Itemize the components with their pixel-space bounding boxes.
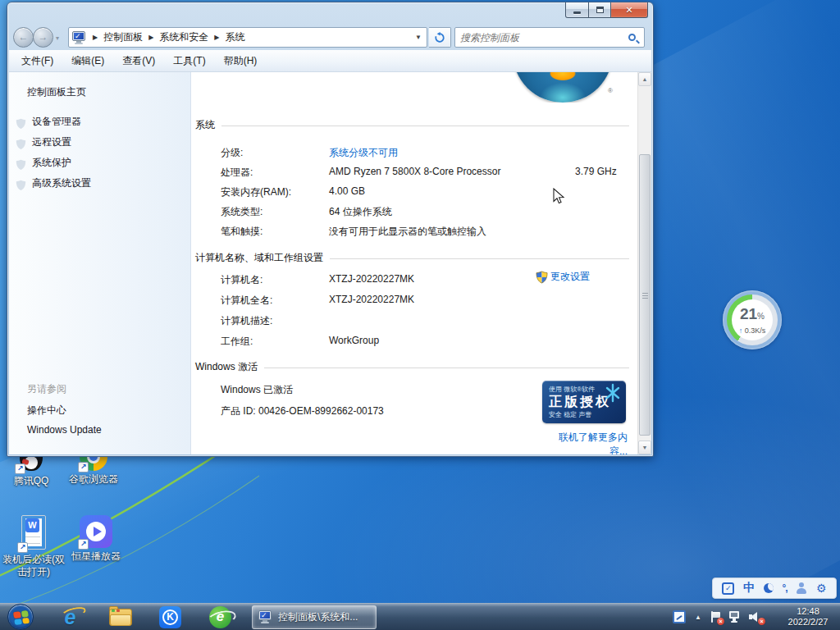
punctuation-icon[interactable] [782, 582, 787, 594]
address-dropdown-icon[interactable] [415, 34, 423, 41]
sidebar-item-control-panel-home[interactable]: 控制面板主页 [27, 85, 86, 99]
gear-icon[interactable] [816, 582, 827, 594]
show-hidden-icons-button[interactable] [695, 614, 701, 621]
scrollbar-thumb[interactable] [639, 154, 651, 436]
section-header-computer-name: 计算机名称、域和工作组设置 [195, 251, 629, 265]
system-tray: 12:48 2022/2/27 [673, 604, 840, 630]
rating-unavailable-link[interactable]: 系统分级不可用 [329, 146, 398, 160]
sidebar-item-windows-update[interactable]: Windows Update [27, 424, 102, 436]
close-button[interactable]: ✕ [611, 2, 648, 18]
activation-status: Windows 已激活 [221, 383, 293, 397]
badge-line3: 安全 稳定 声誉 [549, 410, 619, 419]
search-box[interactable] [454, 27, 645, 48]
taskbar-green-browser-icon[interactable]: e [207, 605, 234, 629]
minimize-button[interactable] [565, 2, 589, 18]
sidebar-item-action-center[interactable]: 操作中心 [27, 404, 66, 418]
start-button[interactable] [7, 604, 34, 630]
menu-help[interactable]: 帮助(H) [215, 54, 267, 68]
change-settings-link[interactable]: 更改设置 [550, 270, 590, 284]
genuine-software-badge[interactable]: 使用 微软®软件 正版授权 安全 稳定 声誉 [542, 381, 626, 423]
uac-shield-icon [536, 271, 548, 284]
computer-fullname-value: XTZJ-20220227MK [329, 294, 414, 305]
history-dropdown-icon[interactable] [56, 34, 59, 42]
computer-name-value: XTZJ-20220227MK [329, 273, 414, 285]
desktop-icon-label: 谷歌浏览器 [69, 473, 118, 486]
pen-touch-value: 没有可用于此显示器的笔或触控输入 [329, 225, 486, 239]
address-bar[interactable]: 控制面板 系统和安全 系统 [68, 27, 427, 48]
workgroup-label: 工作组: [221, 335, 253, 349]
net-progress-ring: 21% ↑ 0.3K/s [727, 294, 778, 345]
ime-mode-chinese[interactable]: 中 [743, 581, 755, 596]
processor-speed: 3.79 GHz [575, 166, 617, 177]
taskbar-ie-icon[interactable]: e [57, 605, 84, 629]
vertical-scrollbar[interactable] [637, 72, 651, 454]
learn-more-link[interactable]: 联机了解更多内容... [542, 431, 628, 454]
taskbar-clock[interactable]: 12:48 2022/2/27 [783, 606, 833, 628]
menu-view[interactable]: 查看(V) [113, 54, 164, 68]
maximize-button[interactable] [589, 2, 611, 18]
row-rating: 分级: 系统分级不可用 [191, 146, 637, 161]
navigation-bar: 控制面板 系统和安全 系统 [9, 24, 651, 50]
scroll-down-button[interactable] [638, 441, 651, 454]
menu-tools[interactable]: 工具(T) [164, 54, 214, 68]
breadcrumb-control-panel[interactable]: 控制面板 [103, 30, 143, 44]
active-task-control-panel[interactable]: 控制面板\系统和... [252, 605, 377, 629]
system-type-label: 系统类型: [221, 205, 262, 219]
tray-app-icon[interactable] [673, 610, 686, 623]
taskbar-kugou-icon[interactable]: K [157, 605, 184, 629]
row-workgroup: 工作组: WorkGroup [191, 335, 637, 349]
clock-date: 2022/2/27 [783, 617, 833, 628]
sidebar-item-device-manager[interactable]: 设备管理器 [32, 115, 81, 129]
taskbar-explorer-icon[interactable] [107, 605, 134, 629]
forward-button[interactable] [33, 27, 53, 48]
shortcut-arrow-icon [78, 462, 89, 472]
search-icon[interactable] [628, 34, 636, 41]
volume-muted-icon[interactable] [749, 611, 763, 623]
net-percent: 21 [740, 305, 757, 322]
menu-edit[interactable]: 编辑(E) [62, 54, 113, 68]
moon-fullwidth-icon[interactable] [764, 583, 774, 593]
ime-status-icon[interactable] [722, 582, 734, 595]
network-icon[interactable] [728, 611, 742, 623]
back-button[interactable] [13, 27, 34, 48]
sidebar-item-system-protection[interactable]: 系统保护 [32, 156, 71, 170]
search-input[interactable] [455, 32, 628, 43]
shortcut-arrow-icon [17, 542, 28, 553]
section-header-system: 系统 [195, 118, 629, 132]
breadcrumb-system[interactable]: 系统 [225, 30, 244, 44]
desktop-icon-readme[interactable]: W 装机后必读(双击打开) [2, 515, 66, 578]
sidebar-item-advanced-settings[interactable]: 高级系统设置 [32, 176, 91, 190]
sidebar: 控制面板主页 设备管理器 远程设置 系统保护 高级系统设置 另请参阅 操作中心 … [9, 72, 191, 454]
action-center-flag-icon[interactable] [710, 611, 722, 623]
sparkle-star-icon [603, 383, 623, 403]
windows-logo [513, 72, 614, 103]
main-content: ® 系统 分级: 系统分级不可用 处理器: AMD Ryzen 7 5800X … [191, 72, 637, 454]
breadcrumb-separator-icon [143, 34, 159, 41]
pen-touch-label: 笔和触摸: [221, 225, 262, 239]
rating-label: 分级: [221, 146, 243, 160]
system-properties-window: ✕ 控制面板 系统和安全 系统 [7, 2, 654, 457]
shortcut-arrow-icon [15, 463, 25, 474]
windows-flag-icon [13, 610, 30, 625]
row-processor: 处理器: AMD Ryzen 7 5800X 8-Core Processor … [191, 166, 637, 180]
mute-badge-icon [758, 618, 765, 625]
user-icon[interactable] [796, 582, 807, 594]
processor-label: 处理器: [221, 166, 253, 180]
refresh-button[interactable] [429, 27, 451, 48]
menu-file[interactable]: 文件(F) [12, 54, 62, 68]
net-speed-widget[interactable]: 21% ↑ 0.3K/s [723, 290, 782, 349]
change-settings[interactable]: 更改设置 [536, 270, 590, 284]
desktop-icon-star-player[interactable]: 恒星播放器 [65, 515, 127, 563]
desktop: 腾讯QQ 谷歌浏览器 W 装机后必读(双击打开) 恒星播放器 21% ↑ 0.3… [0, 0, 840, 630]
sidebar-item-remote-settings[interactable]: 远程设置 [32, 135, 71, 149]
row-system-type: 系统类型: 64 位操作系统 [191, 205, 637, 220]
processor-value: AMD Ryzen 7 5800X 8-Core Processor [329, 166, 500, 177]
computer-name-label: 计算机名: [221, 273, 262, 287]
breadcrumb-system-security[interactable]: 系统和安全 [159, 30, 208, 44]
computer-description-label: 计算机描述: [221, 314, 272, 328]
scroll-up-button[interactable] [638, 72, 651, 86]
taskbar: e K e 控制面板\系统和... [0, 603, 840, 630]
w-doc-icon: W [25, 518, 39, 532]
desktop-icon-label: 恒星播放器 [65, 550, 127, 563]
computer-icon [72, 31, 87, 44]
